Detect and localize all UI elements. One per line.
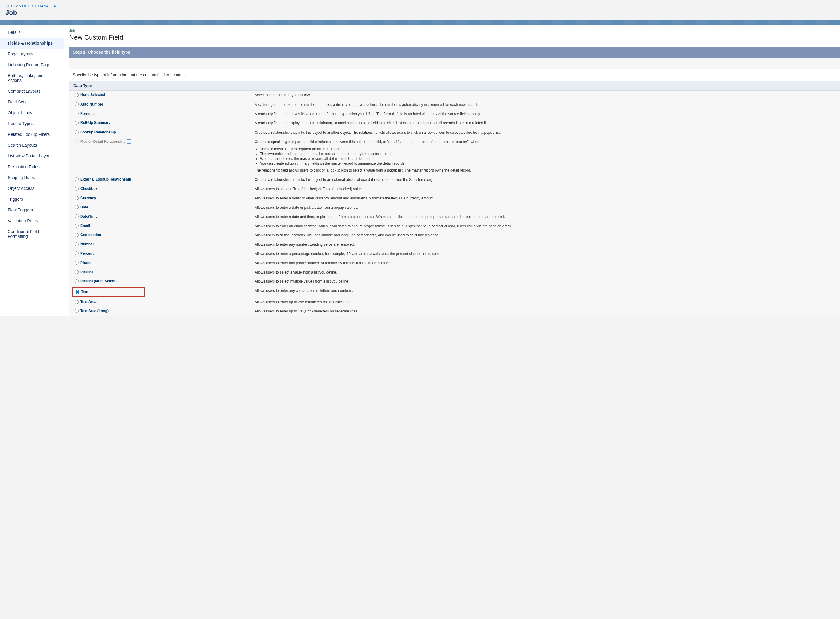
radio-date[interactable] <box>75 205 79 209</box>
option-desc: Allows users to enter up to 131,072 char… <box>255 307 837 316</box>
radio-phone[interactable] <box>75 261 79 265</box>
option-desc: Creates a relationship that links this o… <box>255 175 837 184</box>
option-desc-bullets: The relationship field is required on al… <box>255 147 837 166</box>
option-text-area[interactable]: Text Area <box>75 298 255 306</box>
option-desc: Select one of the data types below. <box>255 91 837 100</box>
breadcrumb-object-manager[interactable]: OBJECT MANAGER <box>22 4 57 8</box>
radio-picklist[interactable] <box>75 270 79 274</box>
option-roll-up-summary[interactable]: Roll-Up Summary <box>75 118 255 127</box>
option-desc: Allows users to enter any number. Leadin… <box>255 240 837 249</box>
option-label: Lookup Relationship <box>80 130 116 135</box>
sidebar-item-related-lookup-filters[interactable]: Related Lookup Filters <box>0 129 64 140</box>
option-date-time[interactable]: Date/Time <box>75 212 255 221</box>
sidebar-item-search-layouts[interactable]: Search Layouts <box>0 140 64 151</box>
bullet-item: The ownership and sharing of a detail re… <box>260 151 837 156</box>
option-percent[interactable]: Percent <box>75 249 255 258</box>
option-picklist-multi-select-[interactable]: Picklist (Multi-Select) <box>75 277 255 285</box>
sidebar-item-record-types[interactable]: Record Types <box>0 118 64 129</box>
type-group: CheckboxAllows users to select a True (c… <box>69 184 840 316</box>
option-desc: A system-generated sequence number that … <box>255 100 837 109</box>
radio-text-area-long-[interactable] <box>75 309 79 313</box>
bullet-item: You can create rollup summary fields on … <box>260 161 837 166</box>
sidebar-item-restriction-rules[interactable]: Restriction Rules <box>0 161 64 172</box>
option-checkbox[interactable]: Checkbox <box>75 184 255 193</box>
sidebar-item-page-layouts[interactable]: Page Layouts <box>0 49 64 59</box>
radio-geolocation[interactable] <box>75 233 79 237</box>
sidebar-item-field-sets[interactable]: Field Sets <box>0 97 64 108</box>
sidebar-item-fields-relationships[interactable]: Fields & Relationships <box>0 38 64 49</box>
option-label: Picklist <box>80 270 93 274</box>
radio-text[interactable] <box>76 290 79 294</box>
bullet-item: When a user deletes the master record, a… <box>260 156 837 161</box>
option-label: Roll-Up Summary <box>80 121 111 125</box>
radio-auto-number[interactable] <box>75 102 79 106</box>
option-auto-number[interactable]: Auto Number <box>75 100 255 109</box>
radio-date-time[interactable] <box>75 214 79 218</box>
option-date[interactable]: Date <box>75 203 255 211</box>
radio-email[interactable] <box>75 224 79 227</box>
bullet-item: The relationship field is required on al… <box>260 147 837 151</box>
option-desc: Allows users to enter up to 255 characte… <box>255 298 837 307</box>
radio-text-area[interactable] <box>75 300 79 304</box>
radio-lookup-relationship[interactable] <box>75 130 79 135</box>
option-none-selected[interactable]: None Selected <box>75 91 255 99</box>
sidebar-item-validation-rules[interactable]: Validation Rules <box>0 215 64 226</box>
option-desc: Allows users to enter a date and time, o… <box>255 212 837 221</box>
option-currency[interactable]: Currency <box>75 194 255 202</box>
option-lookup-relationship[interactable]: Lookup Relationship <box>75 128 255 136</box>
option-desc: A read-only field that derives its value… <box>255 109 837 119</box>
data-type-section-header: Data Type <box>69 81 840 91</box>
sidebar-item-object-access[interactable]: Object Access <box>0 183 64 194</box>
radio-external-lookup-relationship[interactable] <box>75 177 79 181</box>
type-group: Auto NumberA system-generated sequence n… <box>69 100 840 128</box>
option-phone[interactable]: Phone <box>75 259 255 267</box>
option-label: Email <box>80 224 90 228</box>
option-label: Number <box>80 242 94 246</box>
radio-master-detail-relationship <box>75 139 79 144</box>
sidebar-item-conditional-field-formatting[interactable]: Conditional Field Formatting <box>0 226 64 242</box>
sidebar-item-triggers[interactable]: Triggers <box>0 194 64 205</box>
option-desc: Allows users to select a True (checked) … <box>255 184 837 194</box>
radio-currency[interactable] <box>75 196 79 200</box>
sidebar-item-details[interactable]: Details <box>0 27 64 38</box>
option-desc: A read-only field that displays the sum,… <box>255 118 837 128</box>
main-title: New Custom Field <box>69 34 840 41</box>
option-external-lookup-relationship[interactable]: External Lookup Relationship <box>75 175 255 184</box>
option-label: Picklist (Multi-Select) <box>80 279 117 283</box>
option-desc-trail: The relationship field allows users to c… <box>255 166 837 175</box>
radio-number[interactable] <box>75 242 79 246</box>
option-number[interactable]: Number <box>75 240 255 248</box>
breadcrumb-setup[interactable]: SETUP <box>5 4 18 8</box>
radio-none-selected[interactable] <box>75 93 79 97</box>
option-text[interactable]: Text <box>74 288 90 295</box>
type-group: Lookup RelationshipCreates a relationshi… <box>69 128 840 184</box>
sidebar-item-object-limits[interactable]: Object Limits <box>0 108 64 118</box>
info-icon[interactable]: i <box>127 139 131 144</box>
option-master-detail-relationship: Master-Detail Relationshipi <box>75 138 255 146</box>
option-label: Text <box>81 290 88 294</box>
sidebar-item-lightning-record-pages[interactable]: Lightning Record Pages <box>0 59 64 70</box>
sidebar-item-flow-triggers[interactable]: Flow Triggers <box>0 205 64 215</box>
option-text-area-long-[interactable]: Text Area (Long) <box>75 307 255 315</box>
sidebar-item-list-view-button-layout[interactable]: List View Button Layout <box>0 151 64 161</box>
radio-percent[interactable] <box>75 251 79 255</box>
radio-formula[interactable] <box>75 112 79 115</box>
radio-picklist-multi-select-[interactable] <box>75 279 79 283</box>
radio-checkbox[interactable] <box>75 187 79 191</box>
option-formula[interactable]: Formula <box>75 109 255 118</box>
option-email[interactable]: Email <box>75 221 255 230</box>
option-desc: Allows users to enter a date or pick a d… <box>255 203 837 212</box>
option-geolocation[interactable]: Geolocation <box>75 230 255 239</box>
option-label: Date <box>80 205 88 209</box>
option-picklist[interactable]: Picklist <box>75 268 255 276</box>
context-label: Job <box>69 29 840 33</box>
option-label: Currency <box>80 196 96 200</box>
sidebar-item-compact-layouts[interactable]: Compact Layouts <box>0 86 64 97</box>
radio-roll-up-summary[interactable] <box>75 121 79 125</box>
sidebar-item-buttons-links-and-actions[interactable]: Buttons, Links, and Actions <box>0 70 64 86</box>
option-label: Text Area (Long) <box>80 309 109 313</box>
option-label: Date/Time <box>80 214 97 218</box>
option-label: Text Area <box>80 300 96 304</box>
sidebar-item-scoping-rules[interactable]: Scoping Rules <box>0 172 64 183</box>
page-title: Job <box>5 9 835 17</box>
